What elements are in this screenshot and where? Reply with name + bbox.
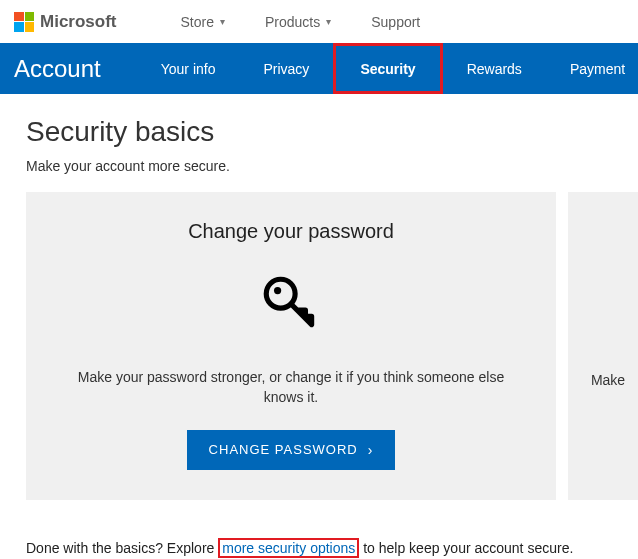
footer-prefix: Done with the basics? Explore <box>26 540 218 556</box>
card-title: Change your password <box>56 220 526 243</box>
nav-support-label: Support <box>371 14 420 30</box>
card-change-password: Change your password Make your password … <box>26 192 556 500</box>
nav-support[interactable]: Support <box>371 14 420 30</box>
tab-security[interactable]: Security <box>333 43 442 94</box>
tab-payment[interactable]: Payment <box>546 43 638 94</box>
global-header: Microsoft Store ▾ Products ▾ Support <box>0 0 638 43</box>
nav-products[interactable]: Products ▾ <box>265 14 331 30</box>
account-nav: Your info Privacy Security Rewards Payme… <box>137 43 638 94</box>
page-title: Security basics <box>26 116 610 148</box>
account-title: Account <box>14 55 101 83</box>
card-next-partial: Make <box>568 192 638 500</box>
chevron-down-icon: ▾ <box>220 16 225 27</box>
microsoft-logo-text: Microsoft <box>40 12 117 32</box>
page-body: Security basics Make your account more s… <box>0 94 638 500</box>
change-password-button[interactable]: CHANGE PASSWORD › <box>187 430 396 470</box>
tab-privacy[interactable]: Privacy <box>239 43 333 94</box>
chevron-right-icon: › <box>368 442 374 458</box>
nav-store-label: Store <box>181 14 214 30</box>
nav-products-label: Products <box>265 14 320 30</box>
chevron-down-icon: ▾ <box>326 16 331 27</box>
microsoft-logo-icon <box>14 12 34 32</box>
microsoft-logo[interactable]: Microsoft <box>14 12 117 32</box>
footer-text: Done with the basics? Explore more secur… <box>0 500 638 556</box>
tab-rewards[interactable]: Rewards <box>443 43 546 94</box>
page-subtitle: Make your account more secure. <box>26 158 610 174</box>
card2-fragment: Make <box>578 370 638 390</box>
cards-row: Change your password Make your password … <box>26 192 610 500</box>
svg-point-1 <box>274 287 281 294</box>
card-description: Make your password stronger, or change i… <box>56 367 526 408</box>
key-icon <box>256 269 326 339</box>
account-nav-bar: Account Your info Privacy Security Rewar… <box>0 43 638 94</box>
more-security-options-link[interactable]: more security options <box>218 538 359 558</box>
nav-store[interactable]: Store ▾ <box>181 14 225 30</box>
footer-suffix: to help keep your account secure. <box>359 540 573 556</box>
tab-your-info[interactable]: Your info <box>137 43 240 94</box>
change-password-button-label: CHANGE PASSWORD <box>209 442 358 457</box>
global-nav: Store ▾ Products ▾ Support <box>181 14 421 30</box>
